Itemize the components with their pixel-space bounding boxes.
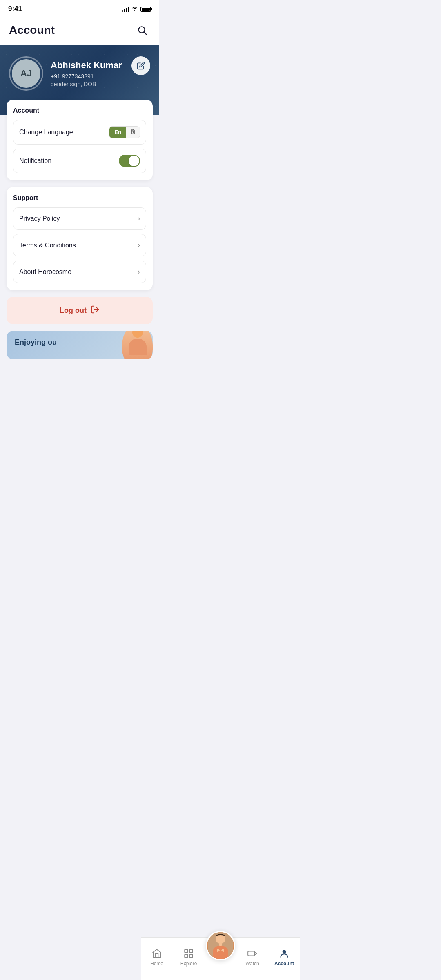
battery-icon bbox=[140, 7, 151, 12]
privacy-policy-label: Privacy Policy bbox=[19, 215, 60, 223]
enjoying-text: Enjoying ou bbox=[15, 338, 57, 346]
about-horocosmo-item[interactable]: About Horocosmo › bbox=[13, 261, 146, 283]
enjoying-banner: Enjoying ou bbox=[7, 331, 153, 359]
profile-phone: +91 9277343391 bbox=[51, 73, 124, 80]
terms-conditions-label: Terms & Conditions bbox=[19, 242, 76, 249]
status-time: 9:41 bbox=[8, 5, 22, 13]
terms-conditions-item[interactable]: Terms & Conditions › bbox=[13, 234, 146, 256]
chevron-right-icon: › bbox=[138, 267, 140, 276]
notification-toggle[interactable] bbox=[119, 155, 140, 167]
account-section-title: Account bbox=[13, 107, 146, 114]
change-language-label: Change Language bbox=[19, 129, 73, 136]
avatar-container: AJ bbox=[9, 56, 43, 91]
notification-label: Notification bbox=[19, 157, 51, 165]
main-content: Account Change Language En हि Notificati… bbox=[0, 100, 159, 359]
signal-icon bbox=[122, 6, 129, 12]
edit-profile-button[interactable] bbox=[131, 56, 150, 75]
language-toggle[interactable]: En हि bbox=[109, 126, 140, 138]
search-button[interactable] bbox=[134, 22, 150, 38]
profile-info: Abhishek Kumar +91 9277343391 gender sig… bbox=[51, 60, 124, 87]
support-section-title: Support bbox=[13, 194, 146, 202]
profile-name: Abhishek Kumar bbox=[51, 60, 124, 71]
account-card: Account Change Language En हि Notificati… bbox=[7, 100, 153, 180]
notification-item[interactable]: Notification bbox=[13, 149, 146, 173]
about-horocosmo-label: About Horocosmo bbox=[19, 268, 71, 276]
page-title: Account bbox=[9, 24, 55, 37]
change-language-item[interactable]: Change Language En हि bbox=[13, 120, 146, 145]
logout-button[interactable]: Log out bbox=[7, 297, 153, 324]
page-header: Account bbox=[0, 16, 159, 45]
avatar: AJ bbox=[12, 59, 40, 88]
status-icons bbox=[122, 6, 151, 13]
chevron-right-icon: › bbox=[138, 241, 140, 249]
logout-icon bbox=[91, 305, 100, 316]
svg-line-1 bbox=[144, 32, 147, 35]
status-bar: 9:41 bbox=[0, 0, 159, 16]
profile-details: gender sign, DOB bbox=[51, 81, 124, 87]
lang-english-button[interactable]: En bbox=[109, 127, 126, 138]
wifi-icon bbox=[131, 6, 138, 13]
chevron-right-icon: › bbox=[138, 214, 140, 223]
privacy-policy-item[interactable]: Privacy Policy › bbox=[13, 207, 146, 230]
logout-label: Log out bbox=[60, 306, 87, 315]
lang-hindi-button[interactable]: हि bbox=[126, 127, 140, 138]
support-card: Support Privacy Policy › Terms & Conditi… bbox=[7, 187, 153, 290]
toggle-knob bbox=[129, 156, 139, 166]
